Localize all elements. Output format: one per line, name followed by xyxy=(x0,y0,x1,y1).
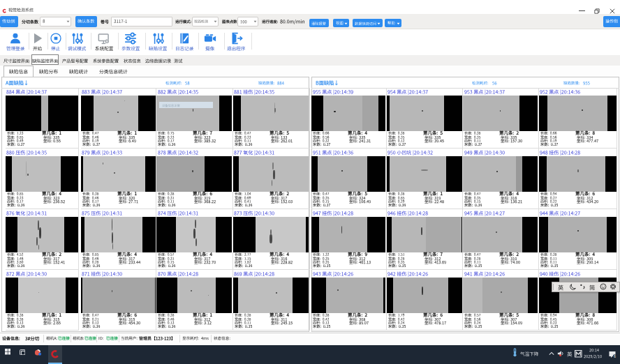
svg-text:6: 6 xyxy=(614,354,616,358)
